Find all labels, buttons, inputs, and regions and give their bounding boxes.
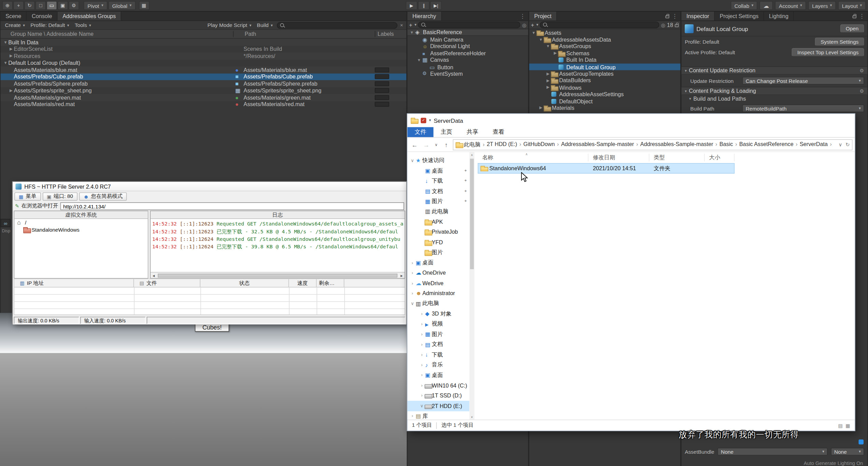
- play-control-button[interactable]: ∥: [418, 1, 430, 10]
- details-view-icon[interactable]: ▤: [838, 423, 843, 428]
- sidebar-item[interactable]: 文档: [407, 186, 470, 196]
- gear-icon[interactable]: [860, 68, 864, 74]
- expander-icon[interactable]: ▼: [3, 61, 8, 65]
- labels-dropdown[interactable]: [375, 95, 389, 100]
- labels-dropdown[interactable]: [375, 81, 389, 86]
- toolbar-dropdown[interactable]: Tools: [72, 22, 94, 28]
- breadcrumb-segment[interactable]: 2T HDD (E:): [487, 141, 523, 148]
- account-button[interactable]: Account: [775, 1, 806, 10]
- chevron-icon[interactable]: ›: [419, 383, 424, 388]
- scrollbar-thumb[interactable]: [470, 159, 474, 269]
- sidebar-item[interactable]: 下载: [407, 176, 470, 186]
- panel-tab[interactable]: Console: [27, 12, 57, 20]
- hfs-port-button[interactable]: 端口: 80: [42, 192, 78, 200]
- expander-icon[interactable]: ▼: [545, 44, 551, 48]
- scroll-down-icon[interactable]: ∨: [470, 415, 475, 419]
- auto-generate-lighting-status[interactable]: Auto Generate Lighting On: [804, 461, 863, 466]
- play-control-button[interactable]: ▶|: [430, 1, 442, 10]
- menu-icon[interactable]: [520, 13, 525, 19]
- expander-icon[interactable]: ▼: [416, 58, 422, 62]
- breadcrumb-segment[interactable]: ServerData: [800, 141, 834, 148]
- explorer-titlebar[interactable]: ✓ ▾ ServerData: [407, 114, 855, 127]
- column-type[interactable]: 类型: [649, 154, 705, 161]
- vfs-root-item[interactable]: /: [14, 219, 148, 226]
- content-update-restriction-foldout[interactable]: Content Update Restriction: [682, 66, 868, 74]
- panel-tab[interactable]: Lighting: [764, 12, 794, 20]
- tool-button[interactable]: ↻: [24, 1, 35, 10]
- tab-hierarchy[interactable]: Hierarchy: [407, 12, 442, 20]
- sidebar-item[interactable]: ›桌面: [407, 370, 470, 380]
- column-size[interactable]: 大小: [705, 154, 735, 161]
- visibility-icon[interactable]: [661, 22, 666, 28]
- history-chevron-icon[interactable]: ∨: [433, 140, 439, 149]
- sidebar-item[interactable]: ›下载: [407, 350, 470, 360]
- panel-tab[interactable]: Addressables Groups: [58, 12, 122, 20]
- project-item[interactable]: DefaultObject: [529, 98, 681, 105]
- transfer-column-header[interactable]: IP 地址: [14, 279, 134, 287]
- breadcrumb-segment[interactable]: Basic: [719, 141, 739, 148]
- create-button[interactable]: +: [531, 22, 538, 28]
- ribbon-tab[interactable]: 共享: [460, 127, 486, 137]
- breadcrumb[interactable]: 此电脑2T HDD (E:)GitHubDownAddressables-Sam…: [453, 139, 852, 150]
- column-name[interactable]: 名称: [478, 154, 588, 161]
- sidebar-item[interactable]: YFD: [407, 237, 470, 247]
- breadcrumb-segment[interactable]: Basic AssetReference: [739, 141, 800, 148]
- breadcrumb-segment[interactable]: Addressables-Sample-master: [640, 141, 719, 148]
- column-labels[interactable]: Labels: [375, 31, 406, 37]
- chevron-icon[interactable]: ›: [410, 291, 415, 296]
- column-date-modified[interactable]: 修改日期: [588, 154, 649, 161]
- project-search-input[interactable]: [540, 21, 659, 28]
- expander-icon[interactable]: ▶: [545, 72, 551, 76]
- layers-button[interactable]: Layers: [808, 1, 836, 10]
- inspect-settings-button[interactable]: Inspect Top Level Settings: [792, 48, 864, 56]
- tool-button[interactable]: ▭: [46, 1, 57, 10]
- file-row-selected[interactable]: StandaloneWindows64 2021/10/20 14:51 文件夹: [478, 163, 734, 174]
- chevron-icon[interactable]: ›: [410, 413, 415, 419]
- expander-icon[interactable]: ▶: [538, 106, 544, 110]
- transfer-column-header[interactable]: 速度: [289, 279, 317, 287]
- assetbundle-dropdown[interactable]: None: [718, 448, 828, 456]
- lock-icon[interactable]: [853, 15, 856, 18]
- transfer-column-header[interactable]: 状态: [200, 279, 289, 287]
- expander-icon[interactable]: ▼: [409, 30, 415, 34]
- play-control-button[interactable]: ▶: [406, 1, 417, 10]
- system-settings-button[interactable]: System Settings: [815, 37, 864, 45]
- toolbar-dropdown[interactable]: Create: [2, 22, 28, 28]
- project-item[interactable]: AddressableAssetSettings: [529, 91, 681, 98]
- sidebar-item[interactable]: ∨此电脑: [407, 298, 470, 309]
- transfer-column-header[interactable]: 文件: [134, 279, 200, 287]
- project-item[interactable]: ▶AssetGroupTemplates: [529, 70, 681, 77]
- addressables-row[interactable]: ▶Resources */Resources/: [1, 53, 406, 59]
- sidebar-item[interactable]: ›音乐: [407, 360, 470, 370]
- scroll-right-icon[interactable]: ►: [398, 273, 405, 277]
- assetbundle-variant-dropdown[interactable]: None: [831, 448, 864, 456]
- hierarchy-item[interactable]: AssetReferenceHolder: [407, 50, 528, 57]
- addressables-row[interactable]: ▶Assets/Sprites/sprite_sheet.png Assets/…: [1, 87, 406, 94]
- addressables-search-input[interactable]: [277, 22, 397, 28]
- lock-icon[interactable]: [675, 24, 678, 27]
- back-button[interactable]: ←: [410, 140, 420, 149]
- chevron-icon[interactable]: ›: [419, 373, 424, 378]
- sidebar-item[interactable]: ›桌面: [407, 258, 470, 268]
- sidebar-item[interactable]: ›文档: [407, 339, 470, 350]
- collab-button[interactable]: Collab: [730, 1, 757, 10]
- pivot-button[interactable]: Pivot: [84, 1, 107, 10]
- transfer-column-header[interactable]: 剩余…: [317, 279, 344, 287]
- hierarchy-search-input[interactable]: [418, 21, 521, 28]
- chevron-down-icon[interactable]: ▾: [429, 118, 431, 122]
- chevron-icon[interactable]: ›: [419, 342, 424, 347]
- sidebar-item[interactable]: ›视频: [407, 319, 470, 329]
- breadcrumb-segment[interactable]: GitHubDown: [523, 141, 561, 148]
- log-horizontal-scrollbar[interactable]: ◄ ►: [151, 272, 405, 278]
- scrollbar-thumb[interactable]: [158, 273, 397, 277]
- addressables-row[interactable]: ▼Built In Data: [1, 39, 406, 45]
- addressables-row[interactable]: Assets/Prefabs/Cube.prefab Assets/Prefab…: [1, 73, 406, 80]
- ribbon-tab[interactable]: 查看: [486, 127, 512, 137]
- chevron-icon[interactable]: ›: [419, 352, 424, 358]
- addressables-row[interactable]: ▶EditorSceneList Scenes In Build: [1, 46, 406, 53]
- chevron-icon[interactable]: ›: [410, 281, 415, 286]
- chevron-icon[interactable]: ›: [410, 271, 415, 276]
- notification-dot[interactable]: [858, 439, 864, 445]
- tool-button[interactable]: +: [13, 1, 24, 10]
- panel-tab[interactable]: Project Settings: [715, 12, 764, 20]
